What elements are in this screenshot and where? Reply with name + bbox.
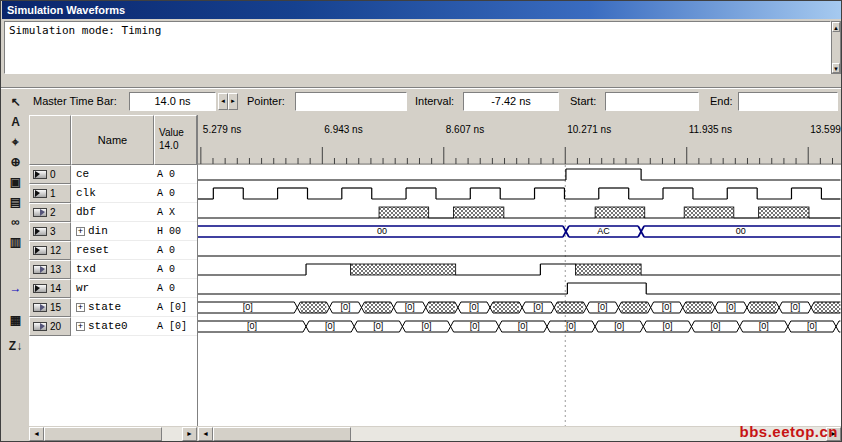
simulation-mode-text: Simulation mode: Timing: [9, 24, 161, 37]
scrollbar-track[interactable]: [44, 427, 182, 441]
signal-name-cell[interactable]: dbf: [71, 203, 154, 222]
signal-index: 3: [50, 226, 56, 237]
expand-toggle-icon[interactable]: +: [76, 322, 85, 331]
end-field[interactable]: [738, 92, 838, 111]
message-vertical-scrollbar[interactable]: ▲ ▼: [831, 21, 841, 74]
replace-icon[interactable]: ▥: [5, 233, 26, 251]
signal-grid-rows: 0ceA 01clkA 02dbfA X3+dinH 0012resetA 01…: [29, 165, 197, 336]
pointer-field[interactable]: [295, 92, 407, 111]
signal-index: 20: [50, 321, 61, 332]
svg-text:11.935 ns: 11.935 ns: [689, 124, 732, 135]
svg-text:AC: AC: [597, 226, 610, 236]
signal-name-cell[interactable]: clk: [71, 184, 154, 203]
selection-tool-icon[interactable]: ↖: [5, 93, 26, 111]
signal-row-header[interactable]: 12: [29, 241, 71, 260]
signal-name-cell[interactable]: +din: [71, 222, 154, 241]
svg-text:[0]: [0]: [614, 321, 624, 331]
scroll-right-arrow-icon[interactable]: ►: [182, 427, 197, 441]
waveform-display-area[interactable]: 5.279 ns6.943 ns8.607 ns10.271 ns11.935 …: [198, 115, 841, 426]
time-step-back-button[interactable]: ◄: [218, 93, 228, 110]
signal-row-wr[interactable]: 14wrA 0: [29, 279, 197, 298]
signal-row-txd[interactable]: 13txdA 0: [29, 260, 197, 279]
signal-name-cell[interactable]: +state0: [71, 317, 154, 336]
svg-text:[0]: [0]: [340, 302, 350, 312]
signal-name: ce: [76, 168, 89, 180]
signal-row-header[interactable]: 1: [29, 184, 71, 203]
signal-row-state[interactable]: 15+stateA [0]: [29, 298, 197, 317]
signal-value-cell: A 0: [154, 279, 197, 298]
simulation-waveforms-window: Simulation Waveforms Simulation mode: Ti…: [0, 0, 842, 442]
signal-index: 1: [50, 188, 56, 199]
edit-tool-icon[interactable]: ⌖: [5, 133, 26, 151]
scroll-left-arrow-icon[interactable]: ◄: [29, 427, 44, 441]
end-label: End:: [710, 95, 733, 107]
signal-name-cell[interactable]: reset: [71, 241, 154, 260]
signal-index: 2: [50, 207, 56, 218]
signal-name-cell[interactable]: wr: [71, 279, 154, 298]
input-pin-icon: [33, 227, 47, 236]
signal-value-cell: A [0]: [154, 298, 197, 317]
scrollbar-track[interactable]: [213, 427, 826, 441]
find-icon[interactable]: ∞: [5, 213, 26, 231]
svg-text:[0]: [0]: [325, 321, 335, 331]
value-header-line1: Value: [159, 127, 184, 138]
svg-text:[0]: [0]: [711, 321, 721, 331]
scroll-down-arrow-icon[interactable]: ▼: [832, 63, 840, 73]
output-pin-icon: [33, 208, 47, 217]
start-field[interactable]: [605, 92, 699, 111]
output-pin-icon: [33, 322, 47, 331]
copy-icon[interactable]: ▣: [5, 173, 26, 191]
scroll-up-arrow-icon[interactable]: ▲: [832, 22, 840, 32]
signal-row-state0[interactable]: 20+state0A [0]: [29, 317, 197, 336]
svg-text:[0]: [0]: [405, 302, 415, 312]
interval-field[interactable]: -7.42 ns: [463, 92, 559, 111]
input-pin-icon: [33, 246, 47, 255]
waveform-canvas[interactable]: 5.279 ns6.943 ns8.607 ns10.271 ns11.935 …: [198, 115, 841, 426]
svg-text:[0]: [0]: [662, 302, 672, 312]
svg-text:00: 00: [377, 226, 387, 236]
zoom-tool-icon[interactable]: ⊕: [5, 153, 26, 171]
scrollbar-thumb[interactable]: [213, 427, 351, 441]
next-edge-icon[interactable]: →: [5, 279, 26, 297]
interval-label: Interval:: [415, 95, 454, 107]
output-pin-icon: [33, 265, 47, 274]
signal-name: wr: [76, 282, 89, 294]
expand-toggle-icon[interactable]: +: [76, 303, 85, 312]
window-title-bar[interactable]: Simulation Waveforms: [2, 1, 842, 19]
signal-row-clk[interactable]: 1clkA 0: [29, 184, 197, 203]
sort-icon[interactable]: Z↓: [5, 337, 26, 355]
signal-row-dbf[interactable]: 2dbfA X: [29, 203, 197, 222]
scroll-left-arrow-icon[interactable]: ◄: [198, 427, 213, 441]
signal-row-header[interactable]: 3: [29, 222, 71, 241]
grid-icon[interactable]: ▦: [5, 311, 26, 329]
signal-name: txd: [76, 263, 96, 275]
signal-name-cell[interactable]: ce: [71, 165, 154, 184]
signal-row-din[interactable]: 3+dinH 00: [29, 222, 197, 241]
svg-text:[0]: [0]: [566, 321, 576, 331]
signal-row-header[interactable]: 13: [29, 260, 71, 279]
signal-value-cell: A X: [154, 203, 197, 222]
svg-text:[0]: [0]: [790, 302, 800, 312]
signal-name-cell[interactable]: txd: [71, 260, 154, 279]
scrollbar-thumb[interactable]: [44, 427, 162, 441]
signal-row-header[interactable]: 2: [29, 203, 71, 222]
grid-header-value: Value 14.0: [154, 115, 197, 165]
paste-icon[interactable]: ▤: [5, 193, 26, 211]
signal-index: 14: [50, 283, 61, 294]
time-step-forward-button[interactable]: ►: [228, 93, 238, 110]
svg-text:13.599 ns: 13.599 ns: [810, 124, 841, 135]
names-horizontal-scrollbar[interactable]: ◄ ►: [29, 427, 197, 441]
name-header-label: Name: [98, 134, 127, 146]
svg-text:[0]: [0]: [518, 321, 528, 331]
signal-row-header[interactable]: 15: [29, 298, 71, 317]
signal-value-cell: A 0: [154, 184, 197, 203]
expand-toggle-icon[interactable]: +: [76, 227, 85, 236]
text-tool-icon[interactable]: A: [5, 113, 26, 131]
signal-row-ce[interactable]: 0ceA 0: [29, 165, 197, 184]
signal-name-cell[interactable]: +state: [71, 298, 154, 317]
signal-row-header[interactable]: 0: [29, 165, 71, 184]
signal-row-reset[interactable]: 12resetA 0: [29, 241, 197, 260]
signal-row-header[interactable]: 14: [29, 279, 71, 298]
master-time-bar-field[interactable]: 14.0 ns: [129, 92, 216, 111]
signal-row-header[interactable]: 20: [29, 317, 71, 336]
